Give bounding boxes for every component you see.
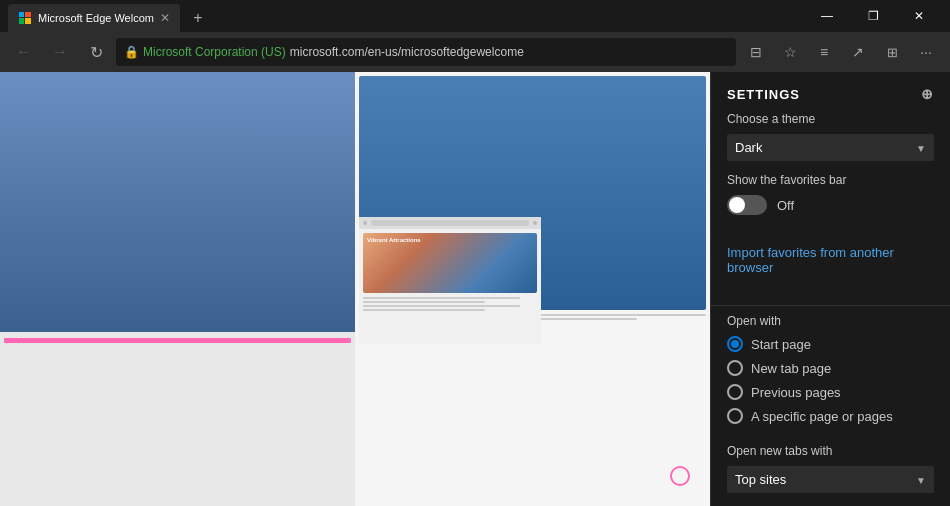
- address-bar[interactable]: 🔒 Microsoft Corporation (US) microsoft.c…: [116, 38, 736, 66]
- welcome-content: Welcome to Microsoft Edge The brand new …: [0, 72, 710, 442]
- settings-theme-section: Choose a theme Dark Light ▼: [711, 112, 950, 173]
- settings-title: SETTINGS: [727, 87, 800, 102]
- back-button[interactable]: ←: [8, 36, 40, 68]
- svg-rect-1: [25, 12, 31, 17]
- browser-viewport: Welcome to Microsoft Edge The brand new …: [0, 72, 710, 506]
- maximize-button[interactable]: ❐: [850, 0, 896, 32]
- large-body: Vibrant Attractions: [359, 229, 541, 317]
- favorites-toggle-row: Off: [727, 195, 934, 215]
- tab-favicon: [18, 11, 32, 25]
- toggle-knob: [729, 197, 745, 213]
- circle-annotation: [670, 466, 690, 486]
- settings-open-with-section: Open with Start page New tab page Previo…: [711, 314, 950, 444]
- radio-start-page-circle[interactable]: [727, 336, 743, 352]
- sidebar-icon[interactable]: ⊟: [740, 36, 772, 68]
- radio-specific-label: A specific page or pages: [751, 409, 893, 424]
- tablet-img: [0, 72, 355, 332]
- svg-rect-2: [19, 18, 24, 24]
- large-body-text: [363, 297, 537, 311]
- settings-header: SETTINGS ⊕: [711, 72, 950, 112]
- nav-icons: ⊟ ☆ ≡ ↗ ⊞ ···: [740, 36, 942, 68]
- title-bar: Microsoft Edge Welcom ✕ + — ❐ ✕: [0, 0, 950, 32]
- tablet-left-col: you up for this?: [0, 72, 355, 506]
- new-tab-button[interactable]: +: [184, 4, 212, 32]
- radio-start-page: Start page: [727, 336, 934, 352]
- large-hero-text: Vibrant Attractions: [367, 237, 421, 243]
- text-line-1: [363, 297, 520, 299]
- favorites-toggle-label: Off: [777, 198, 794, 213]
- refresh-button[interactable]: ↻: [80, 36, 112, 68]
- share-icon[interactable]: ↗: [842, 36, 874, 68]
- corp-name: Microsoft Corporation (US): [143, 45, 286, 59]
- radio-previous-label: Previous pages: [751, 385, 841, 400]
- minimize-button[interactable]: —: [804, 0, 850, 32]
- radio-start-page-label: Start page: [751, 337, 811, 352]
- radio-new-tab-label: New tab page: [751, 361, 831, 376]
- theme-select[interactable]: Dark Light: [727, 134, 934, 161]
- theme-label: Choose a theme: [727, 112, 934, 126]
- settings-close-button[interactable]: ⊕: [921, 86, 934, 102]
- settings-favorites-section: Show the favorites bar Off: [711, 173, 950, 235]
- new-tabs-select-wrapper: Top sites A blank page My news feed ▼: [727, 466, 934, 493]
- open-with-label: Open with: [727, 314, 934, 328]
- theme-select-wrapper: Dark Light ▼: [727, 134, 934, 161]
- large-browser-header: [359, 217, 541, 229]
- tab-close-button[interactable]: ✕: [160, 11, 170, 25]
- device-showcase: you up for this?: [50, 213, 660, 348]
- new-tabs-label: Open new tabs with: [727, 444, 934, 458]
- text-line-2: [363, 301, 485, 303]
- radio-previous-pages: Previous pages: [727, 384, 934, 400]
- favorites-icon[interactable]: ☆: [774, 36, 806, 68]
- import-favorites-link[interactable]: Import favorites from another browser: [727, 245, 934, 275]
- svg-rect-0: [19, 12, 24, 17]
- more-icon[interactable]: ···: [910, 36, 942, 68]
- tablet-text: you up for this?: [0, 332, 355, 349]
- radio-new-tab-circle[interactable]: [727, 360, 743, 376]
- radio-specific-circle[interactable]: [727, 408, 743, 424]
- main-content: Welcome to Microsoft Edge The brand new …: [0, 72, 950, 506]
- settings-import-section: Import favorites from another browser: [711, 245, 950, 297]
- hub-icon[interactable]: ≡: [808, 36, 840, 68]
- settings-panel: SETTINGS ⊕ Choose a theme Dark Light ▼ S…: [710, 72, 950, 506]
- favorites-toggle[interactable]: [727, 195, 767, 215]
- settings-divider-1: [711, 305, 950, 306]
- radio-new-tab: New tab page: [727, 360, 934, 376]
- device-tablet-right: Vibrant Attractions: [355, 213, 545, 348]
- text-line-3: [363, 305, 520, 307]
- text-line-4: [363, 309, 485, 311]
- new-tabs-select[interactable]: Top sites A blank page My news feed: [727, 466, 934, 493]
- nav-bar: ← → ↻ 🔒 Microsoft Corporation (US) micro…: [0, 32, 950, 72]
- header-dot-2: [533, 221, 537, 225]
- settings-new-tabs-section: Open new tabs with Top sites A blank pag…: [711, 444, 950, 505]
- large-hero-img: Vibrant Attractions: [363, 233, 537, 293]
- forward-button[interactable]: →: [44, 36, 76, 68]
- favorites-bar-label: Show the favorites bar: [727, 173, 934, 187]
- active-tab[interactable]: Microsoft Edge Welcom ✕: [8, 4, 180, 32]
- extensions-icon[interactable]: ⊞: [876, 36, 908, 68]
- large-screen: Vibrant Attractions: [359, 217, 541, 344]
- header-dot-1: [363, 221, 367, 225]
- tablet-screen: you up for this?: [0, 72, 710, 506]
- svg-rect-3: [25, 18, 31, 24]
- window-controls: — ❐ ✕: [804, 0, 942, 32]
- radio-specific-page: A specific page or pages: [727, 408, 934, 424]
- tab-area: Microsoft Edge Welcom ✕ +: [8, 0, 804, 32]
- lock-icon: 🔒: [124, 45, 139, 59]
- radio-previous-circle[interactable]: [727, 384, 743, 400]
- tab-title: Microsoft Edge Welcom: [38, 12, 154, 24]
- url-text: microsoft.com/en-us/microsoftedgewelcome: [290, 45, 524, 59]
- device-tablet-left: you up for this?: [165, 228, 325, 348]
- open-with-radio-group: Start page New tab page Previous pages A…: [727, 336, 934, 424]
- close-button[interactable]: ✕: [896, 0, 942, 32]
